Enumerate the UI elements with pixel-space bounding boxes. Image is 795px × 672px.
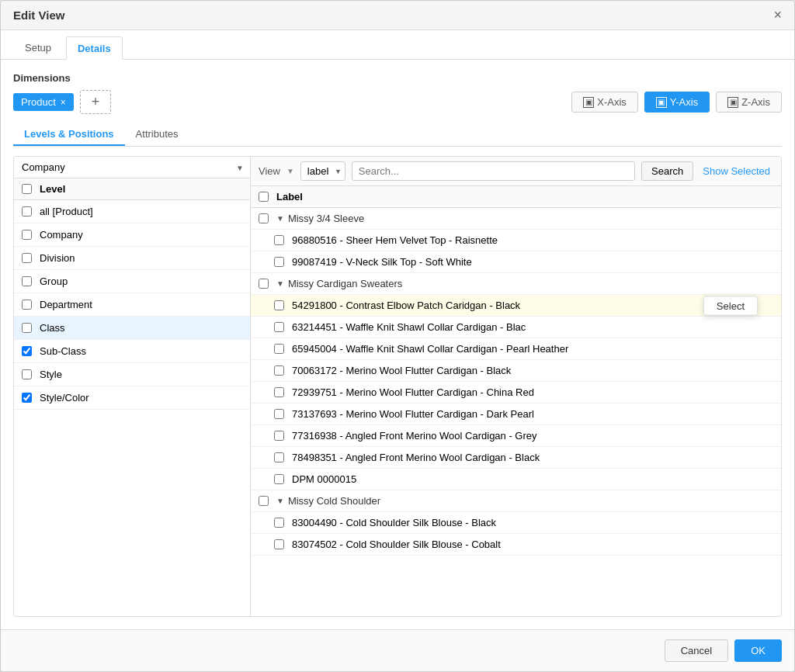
level-label-department: Department (40, 299, 92, 310)
row-checkbox[interactable] (274, 257, 284, 267)
level-checkbox-sub-class[interactable] (22, 346, 32, 356)
z-axis-button[interactable]: ▣ Z-Axis (716, 92, 782, 113)
dimensions-left: Product × + (13, 90, 111, 114)
table-row: 72939751 - Merino Wool Flutter Cardigan … (251, 382, 781, 404)
row-checkbox[interactable] (274, 300, 284, 310)
level-label-style: Style (40, 369, 62, 380)
ok-button[interactable]: OK (734, 639, 782, 662)
product-tag-label: Product (21, 96, 56, 108)
row-checkbox[interactable] (274, 431, 284, 441)
row-checkbox[interactable] (259, 496, 269, 506)
dialog-header: Edit View × (1, 1, 794, 30)
dialog-footer: Cancel OK (1, 629, 794, 671)
level-checkbox-style-color[interactable] (22, 393, 32, 403)
table-row: ▼ Missy 3/4 Sleeve (251, 208, 781, 230)
row-checkbox[interactable] (274, 518, 284, 528)
table-row: 73137693 - Merino Wool Flutter Cardigan … (251, 404, 781, 425)
table-header-label: Label (276, 191, 303, 203)
add-dimension-button[interactable]: + (80, 90, 112, 114)
close-button[interactable]: × (773, 7, 782, 23)
sub-tab-attributes[interactable]: Attributes (125, 123, 189, 146)
y-axis-icon: ▣ (656, 97, 667, 108)
level-checkbox-company[interactable] (22, 230, 32, 240)
row-checkbox[interactable] (274, 387, 284, 397)
row-label: 96880516 - Sheer Hem Velvet Top - Raisne… (292, 234, 498, 246)
dialog-title: Edit View (13, 9, 64, 22)
table-body: ▼ Missy 3/4 Sleeve 96880516 - Sheer Hem … (251, 208, 781, 616)
row-label: 54291800 - Contrast Elbow Patch Caridgan… (292, 300, 520, 311)
sub-tab-levels[interactable]: Levels & Positions (13, 123, 125, 146)
row-checkbox[interactable] (274, 365, 284, 376)
level-checkbox-department[interactable] (22, 300, 32, 310)
level-item-department: Department (14, 293, 250, 317)
table-row: 70063172 - Merino Wool Flutter Cardigan … (251, 360, 781, 382)
row-label: 99087419 - V-Neck Silk Top - Soft White (292, 256, 472, 268)
level-item-all-product: all [Product] (14, 200, 250, 223)
cancel-button[interactable]: Cancel (665, 639, 728, 662)
level-checkbox-style[interactable] (22, 369, 32, 379)
product-tag-remove[interactable]: × (61, 97, 66, 108)
level-item-style-color: Style/Color (14, 386, 250, 410)
z-axis-label: Z-Axis (741, 96, 770, 108)
table-row: 65945004 - Waffle Knit Shawl Collar Card… (251, 338, 781, 360)
y-axis-button[interactable]: ▣ Y-Axis (644, 92, 710, 113)
table-row-highlighted: 54291800 - Contrast Elbow Patch Caridgan… (251, 295, 781, 317)
x-axis-button[interactable]: ▣ X-Axis (571, 92, 638, 113)
company-select[interactable]: Company (14, 157, 250, 178)
level-item-sub-class: Sub-Class (14, 340, 250, 363)
level-header: Level (14, 178, 250, 200)
tab-setup[interactable]: Setup (13, 36, 63, 59)
content-area: Company Level all [Product] Company (13, 156, 782, 617)
level-checkbox-all-product[interactable] (22, 206, 32, 216)
row-checkbox[interactable] (274, 452, 284, 462)
level-checkbox-class[interactable] (22, 323, 32, 333)
view-label: View (259, 165, 280, 177)
label-select[interactable]: label (300, 161, 345, 181)
table-header: Label (251, 186, 781, 208)
row-checkbox[interactable] (274, 409, 284, 419)
right-panel: View ▼ label Search Show Selected Label (251, 157, 781, 616)
view-dropdown-arrow[interactable]: ▼ (286, 167, 294, 175)
row-checkbox[interactable] (274, 474, 284, 484)
row-label: 77316938 - Angled Front Merino Wool Card… (292, 430, 537, 442)
label-select-wrapper: label (300, 161, 345, 181)
dimensions-bar: Product × + ▣ X-Axis ▣ Y-Axis ▣ Z-Axis (13, 90, 782, 114)
row-checkbox[interactable] (259, 279, 269, 289)
show-selected-button[interactable]: Show Selected (700, 162, 773, 180)
row-label: 65945004 - Waffle Knit Shawl Collar Card… (292, 343, 568, 355)
level-label-class: Class (40, 322, 65, 334)
table-row: 83004490 - Cold Shoulder Silk Blouse - B… (251, 512, 781, 534)
tab-details[interactable]: Details (66, 36, 123, 60)
row-checkbox[interactable] (274, 322, 284, 332)
level-checkbox-group[interactable] (22, 276, 32, 286)
select-popup-label: Select (717, 300, 745, 311)
table-row: 63214451 - Waffle Knit Shawl Collar Card… (251, 317, 781, 338)
table-all-checkbox[interactable] (259, 192, 269, 202)
search-input[interactable] (352, 161, 635, 181)
x-axis-icon: ▣ (583, 97, 594, 108)
search-button[interactable]: Search (641, 161, 693, 181)
level-label-style-color: Style/Color (40, 392, 89, 404)
row-checkbox[interactable] (274, 539, 284, 549)
level-label-group: Group (40, 275, 68, 287)
x-axis-label: X-Axis (597, 96, 627, 108)
axis-buttons: ▣ X-Axis ▣ Y-Axis ▣ Z-Axis (571, 92, 782, 113)
row-checkbox[interactable] (274, 235, 284, 245)
collapse-icon: ▼ (276, 214, 284, 223)
level-item-company: Company (14, 223, 250, 247)
row-label: 63214451 - Waffle Knit Shawl Collar Card… (292, 321, 526, 333)
level-item-group: Group (14, 270, 250, 293)
level-all-checkbox[interactable] (22, 184, 32, 194)
dialog-tabs: Setup Details (1, 30, 794, 60)
row-checkbox[interactable] (274, 344, 284, 354)
row-label: 72939751 - Merino Wool Flutter Cardigan … (292, 386, 534, 398)
row-checkbox[interactable] (259, 213, 269, 223)
select-popup[interactable]: Select (703, 296, 758, 315)
level-label-company: Company (40, 229, 83, 241)
table-row: 77316938 - Angled Front Merino Wool Card… (251, 425, 781, 447)
table-row: ▼ Missy Cold Shoulder (251, 490, 781, 512)
data-table: Label ▼ Missy 3/4 Sleeve 96880516 - Shee… (251, 186, 781, 616)
row-label: 73137693 - Merino Wool Flutter Cardigan … (292, 408, 534, 420)
level-checkbox-division[interactable] (22, 253, 32, 263)
row-label: 83074502 - Cold Shoulder Silk Blouse - C… (292, 539, 501, 550)
